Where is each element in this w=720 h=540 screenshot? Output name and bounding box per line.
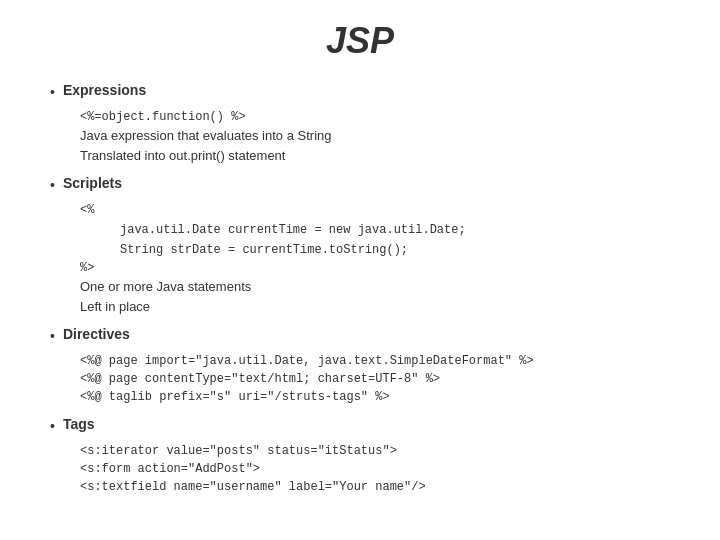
scriplets-sub: <% java.util.Date currentTime = new java… [50,201,680,316]
section-expressions: • Expressions <%=object.function() %> Ja… [50,82,680,165]
bullet-dot-4: • [50,418,55,434]
directives-label: Directives [63,326,130,342]
bullet-dot-3: • [50,328,55,344]
directives-code3: <%@ taglib prefix="s" uri="/struts-tags"… [80,388,680,406]
bullet-directives: • Directives [50,326,680,344]
expressions-text1: Java expression that evaluates into a St… [80,126,680,146]
section-directives: • Directives <%@ page import="java.util.… [50,326,680,406]
expressions-code1: <%=object.function() %> [80,108,680,126]
scriplets-label: Scriplets [63,175,122,191]
section-tags: • Tags <s:iterator value="posts" status=… [50,416,680,496]
slide: JSP • Expressions <%=object.function() %… [0,0,720,540]
scriplets-code1: <% [80,201,680,219]
expressions-text2: Translated into out.print() statement [80,146,680,166]
expressions-sub: <%=object.function() %> Java expression … [50,108,680,165]
tags-label: Tags [63,416,95,432]
scriplets-code3: String strDate = currentTime.toString(); [80,239,680,259]
bullet-dot-2: • [50,177,55,193]
expressions-label: Expressions [63,82,146,98]
directives-code2: <%@ page contentType="text/html; charset… [80,370,680,388]
content-area: • Expressions <%=object.function() %> Ja… [40,82,680,496]
scriplets-text2: Left in place [80,297,680,317]
scriplets-text1: One or more Java statements [80,277,680,297]
bullet-tags: • Tags [50,416,680,434]
bullet-expressions: • Expressions [50,82,680,100]
tags-code1: <s:iterator value="posts" status="itStat… [80,442,680,460]
bullet-dot-1: • [50,84,55,100]
scriplets-code2: java.util.Date currentTime = new java.ut… [80,219,680,239]
tags-code2: <s:form action="AddPost"> [80,460,680,478]
slide-title: JSP [40,20,680,62]
directives-code1: <%@ page import="java.util.Date, java.te… [80,352,680,370]
bullet-scriplets: • Scriplets [50,175,680,193]
tags-code3: <s:textfield name="username" label="Your… [80,478,680,496]
section-scriplets: • Scriplets <% java.util.Date currentTim… [50,175,680,316]
directives-sub: <%@ page import="java.util.Date, java.te… [50,352,680,406]
scriplets-code4: %> [80,259,680,277]
tags-sub: <s:iterator value="posts" status="itStat… [50,442,680,496]
